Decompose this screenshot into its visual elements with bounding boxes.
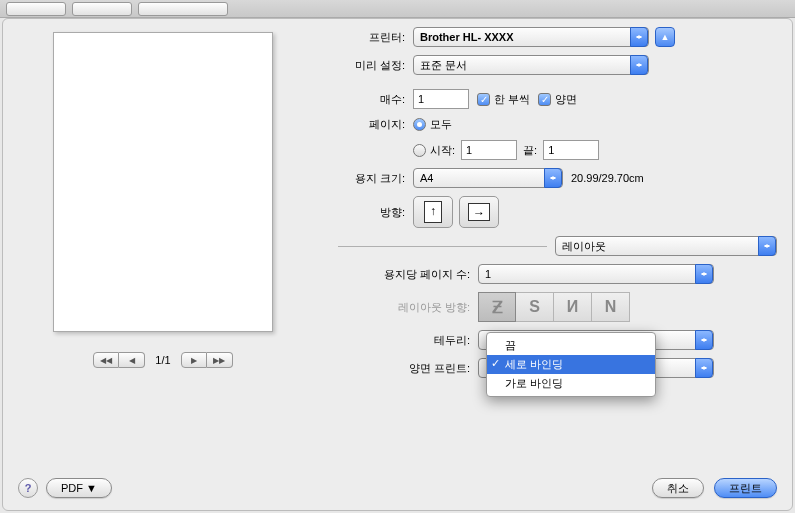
preset-select[interactable]: 표준 문서 <box>413 55 649 75</box>
page-from-input[interactable] <box>461 140 517 160</box>
menu-item-vertical-binding[interactable]: 세로 바인딩 <box>487 355 655 374</box>
pages-from-label: 시작: <box>430 143 455 158</box>
app-toolbar <box>0 0 795 18</box>
menu-item-off[interactable]: 끔 <box>487 336 655 355</box>
orientation-label: 방향: <box>338 205 413 220</box>
copies-label: 매수: <box>338 92 413 107</box>
select-arrows-icon <box>695 358 713 378</box>
select-arrows-icon <box>758 236 776 256</box>
select-arrows-icon <box>695 264 713 284</box>
orientation-landscape-button[interactable] <box>459 196 499 228</box>
pages-range-radio[interactable] <box>413 144 426 157</box>
collated-checkbox[interactable]: ✓ <box>477 93 490 106</box>
help-button[interactable]: ? <box>18 478 38 498</box>
printer-label: 프린터: <box>338 30 413 45</box>
pagespersheet-label: 용지당 페이지 수: <box>338 267 478 282</box>
paper-dimensions: 20.99/29.70cm <box>571 172 644 184</box>
toolbar-segment[interactable] <box>138 2 228 16</box>
duplex-checkbox[interactable]: ✓ <box>538 93 551 106</box>
pages-all-label: 모두 <box>430 117 452 132</box>
dialog-footer: ? PDF ▼ 취소 프린트 <box>18 478 777 498</box>
layoutdir-label: 레이아웃 방향: <box>338 300 478 315</box>
orientation-portrait-button[interactable] <box>413 196 453 228</box>
printer-select[interactable]: Brother HL- XXXX <box>413 27 649 47</box>
first-page-button[interactable]: ◀◀ <box>93 352 119 368</box>
section-value: 레이아웃 <box>562 239 606 254</box>
print-dialog: ◀◀ ◀ 1/1 ▶ ▶▶ 프린터: Brother HL- XXXX ▲ <box>2 18 793 511</box>
toolbar-segment[interactable] <box>72 2 132 16</box>
page-indicator: 1/1 <box>155 354 170 366</box>
pages-to-label: 끝: <box>523 143 537 158</box>
divider <box>338 246 547 247</box>
layoutdir-option-4[interactable]: N <box>592 292 630 322</box>
printer-value: Brother HL- XXXX <box>420 31 514 43</box>
pages-all-radio[interactable] <box>413 118 426 131</box>
prev-page-button[interactable]: ◀ <box>119 352 145 368</box>
layoutdir-option-1[interactable]: Ƶ <box>478 292 516 322</box>
pagespersheet-value: 1 <box>485 268 491 280</box>
preview-pager: ◀◀ ◀ 1/1 ▶ ▶▶ <box>93 352 232 368</box>
pages-label: 페이지: <box>338 117 413 132</box>
layoutdir-option-3[interactable]: И <box>554 292 592 322</box>
select-arrows-icon <box>630 27 648 47</box>
landscape-icon <box>468 203 490 221</box>
papersize-select[interactable]: A4 <box>413 168 563 188</box>
papersize-value: A4 <box>420 172 433 184</box>
section-select[interactable]: 레이아웃 <box>555 236 778 256</box>
next-page-button[interactable]: ▶ <box>181 352 207 368</box>
papersize-label: 용지 크기: <box>338 171 413 186</box>
select-arrows-icon <box>695 330 713 350</box>
settings-column: 프린터: Brother HL- XXXX ▲ 미리 설정: 표준 문서 매수: <box>338 27 777 386</box>
toolbar-segment[interactable] <box>6 2 66 16</box>
print-button[interactable]: 프린트 <box>714 478 777 498</box>
select-arrows-icon <box>544 168 562 188</box>
duplex-binding-menu: 끔 세로 바인딩 가로 바인딩 <box>486 332 656 397</box>
layoutdir-option-2[interactable]: S <box>516 292 554 322</box>
preview-column: ◀◀ ◀ 1/1 ▶ ▶▶ <box>18 27 308 386</box>
collapse-button[interactable]: ▲ <box>655 27 675 47</box>
copies-input[interactable] <box>413 89 469 109</box>
cancel-button[interactable]: 취소 <box>652 478 704 498</box>
page-to-input[interactable] <box>543 140 599 160</box>
menu-item-horizontal-binding[interactable]: 가로 바인딩 <box>487 374 655 393</box>
preview-page <box>53 32 273 332</box>
pdf-menu-button[interactable]: PDF ▼ <box>46 478 112 498</box>
preset-label: 미리 설정: <box>338 58 413 73</box>
preset-value: 표준 문서 <box>420 58 467 73</box>
last-page-button[interactable]: ▶▶ <box>207 352 233 368</box>
portrait-icon <box>424 201 442 223</box>
duplexprint-label: 양면 프린트: <box>338 361 478 376</box>
border-label: 테두리: <box>338 333 478 348</box>
duplex-label: 양면 <box>555 92 577 107</box>
pagespersheet-select[interactable]: 1 <box>478 264 714 284</box>
collated-label: 한 부씩 <box>494 92 530 107</box>
select-arrows-icon <box>630 55 648 75</box>
